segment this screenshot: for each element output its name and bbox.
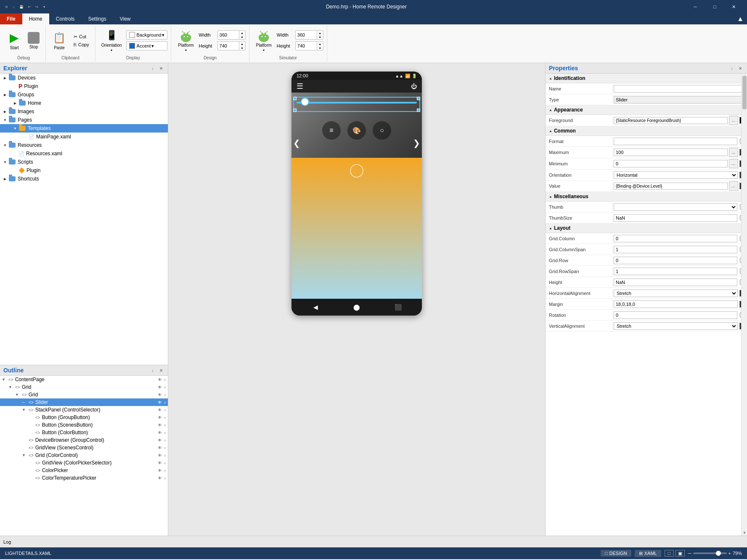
design-mode-btn[interactable]: □ DESIGN — [601, 550, 631, 557]
button3-circle[interactable]: ○ — [164, 430, 166, 435]
undo-icon[interactable]: ↩ — [26, 4, 32, 10]
color-temp-btn[interactable]: ○ — [373, 121, 391, 140]
format-input[interactable] — [614, 138, 737, 145]
design-height-spinbox[interactable]: ▲ ▼ — [217, 41, 246, 50]
properties-scrollbar-thumb[interactable] — [742, 76, 747, 109]
orientation-button[interactable]: 📱 Orientation ▾ — [99, 27, 124, 54]
templates-arrow[interactable]: ▼ — [12, 125, 19, 132]
gridview1-circle[interactable]: ○ — [164, 446, 166, 450]
outline-grid1[interactable]: ▼ <> Grid 👁 ○ — [0, 383, 168, 391]
halign-select[interactable]: Stretch Left Center Right — [614, 289, 738, 297]
gridcol-input[interactable] — [614, 235, 737, 242]
tab-file[interactable]: File — [0, 13, 22, 24]
resources-arrow[interactable]: ▼ — [2, 142, 8, 149]
redo-icon[interactable]: ↪ — [34, 4, 40, 10]
outline-stackpanel[interactable]: ▼ <> StackPanel (ControlSelector) 👁 ○ — [0, 406, 168, 414]
contentpage-eye[interactable]: 👁 — [158, 377, 162, 382]
devicebrowser-circle[interactable]: ○ — [164, 438, 166, 443]
simulator-width-up[interactable]: ▲ — [317, 31, 323, 35]
zoom-plus-icon[interactable]: + — [728, 551, 731, 556]
button2-eye[interactable]: 👁 — [158, 423, 162, 427]
properties-pin-icon[interactable]: ↓ — [728, 65, 735, 72]
tree-item-templates[interactable]: ▼ Templates — [0, 124, 168, 133]
outline-button3[interactable]: <> Button (ColorButton) 👁 ○ — [0, 429, 168, 436]
value-input[interactable] — [614, 183, 728, 190]
design-width-spinbox[interactable]: ▲ ▼ — [217, 30, 246, 40]
gridrowspan-input[interactable] — [614, 268, 737, 275]
design-platform-button[interactable]: Platform ▾ — [175, 27, 197, 54]
gridview2-eye[interactable]: 👁 — [158, 461, 162, 465]
grid2-circle[interactable]: ○ — [164, 393, 166, 397]
minimum-browse-btn[interactable]: … — [729, 159, 738, 168]
tab-settings[interactable]: Settings — [81, 13, 113, 24]
stackpanel-eye[interactable]: 👁 — [158, 408, 162, 412]
tab-home[interactable]: Home — [22, 13, 49, 24]
stackpanel-circle[interactable]: ○ — [164, 408, 166, 412]
background-dropdown[interactable]: Background ▾ — [126, 30, 168, 40]
margin-input[interactable] — [614, 300, 738, 308]
tree-item-mainpage[interactable]: 📄 MainPage.xaml — [0, 133, 168, 141]
outline-gridview1[interactable]: <> GridView (ScenesControl) 👁 ○ — [0, 444, 168, 451]
section-common[interactable]: ▲ Common — [546, 126, 747, 136]
maximum-browse-btn[interactable]: … — [729, 148, 738, 157]
hamburger-icon[interactable]: ☰ — [297, 82, 303, 91]
recent-btn[interactable]: ⬛ — [393, 302, 403, 312]
ribbon-collapse-btn[interactable]: ▲ — [737, 15, 744, 23]
grid1-eye[interactable]: 👁 — [158, 385, 162, 390]
power-icon[interactable]: ⏻ — [411, 83, 417, 90]
stackpanel-arrow[interactable]: ▼ — [22, 408, 29, 412]
contentpage-arrow[interactable]: ▼ — [2, 377, 8, 382]
outline-button1[interactable]: <> Button (GroupButton) 👁 ○ — [0, 414, 168, 421]
pages-arrow[interactable]: ▼ — [2, 117, 8, 123]
close-button[interactable]: ✕ — [724, 0, 744, 13]
gridrow-input[interactable] — [614, 257, 737, 264]
outline-grid2[interactable]: ▼ <> Grid 👁 ○ — [0, 391, 168, 398]
foreground-browse-btn[interactable]: … — [729, 116, 738, 125]
simulator-height-input[interactable] — [296, 42, 317, 49]
tree-item-shortcuts[interactable]: ▶ Shortcuts — [0, 175, 168, 183]
devicebrowser-eye[interactable]: 👁 — [158, 438, 162, 443]
simulator-width-spinbox[interactable]: ▲ ▼ — [295, 30, 323, 40]
handle-br[interactable] — [417, 109, 420, 112]
back-btn[interactable]: ◀ — [310, 302, 321, 312]
outline-slider[interactable]: ─ <> Slider 👁 ○ — [0, 398, 168, 406]
design-width-up[interactable]: ▲ — [239, 31, 245, 35]
design-width-input[interactable] — [218, 32, 239, 38]
slider-arrow[interactable]: ─ — [22, 400, 29, 404]
zoom-slider-thumb[interactable] — [716, 551, 721, 556]
button1-circle[interactable]: ○ — [164, 415, 166, 420]
devices-expand-arrow[interactable]: ▶ — [2, 74, 8, 81]
device-screen[interactable]: ☰ ⏻ — [291, 80, 422, 299]
foreground-input[interactable] — [614, 117, 728, 124]
tree-item-scripts[interactable]: ▼ Scripts — [0, 158, 168, 166]
section-miscellaneous[interactable]: ▲ Miscellaneous — [546, 192, 747, 202]
button3-eye[interactable]: 👁 — [158, 430, 162, 435]
outline-colortemp[interactable]: <> ColorTemperaturePicker 👁 ○ — [0, 474, 168, 482]
tree-item-plugin1[interactable]: P Plugin — [0, 82, 168, 90]
tab-view[interactable]: View — [113, 13, 138, 24]
button2-circle[interactable]: ○ — [164, 423, 166, 427]
split-view-btn[interactable]: ▣ — [675, 550, 685, 557]
maximize-button[interactable]: □ — [705, 0, 724, 13]
valign-select[interactable]: Stretch Top Center Bottom — [614, 322, 738, 330]
grid3-arrow[interactable]: ▼ — [22, 453, 29, 457]
right-arrow-btn[interactable]: ❯ — [413, 138, 420, 148]
outline-devicebrowser[interactable]: <> DeviceBrowser (GroupControl) 👁 ○ — [0, 436, 168, 444]
images-arrow[interactable]: ▶ — [2, 108, 8, 115]
tree-item-groups[interactable]: ▶ Groups — [0, 90, 168, 99]
handle-tr[interactable] — [417, 97, 420, 100]
grid3-circle[interactable]: ○ — [164, 453, 166, 458]
gridcolspan-input[interactable] — [614, 246, 737, 253]
orientation-select[interactable]: Horizontal Vertical — [614, 171, 738, 179]
outline-gridview2[interactable]: <> GridView (ColorPickerSelector) 👁 ○ — [0, 459, 168, 467]
simulator-width-input[interactable] — [296, 32, 317, 38]
slider-circle[interactable]: ○ — [164, 400, 166, 405]
section-layout[interactable]: ▲ Layout — [546, 223, 747, 233]
handle-bl[interactable] — [293, 109, 297, 112]
outline-grid3[interactable]: ▼ <> Grid (ColorControl) 👁 ○ — [0, 451, 168, 459]
design-height-down[interactable]: ▼ — [239, 46, 245, 50]
outline-contentpage[interactable]: ▼ <> ContentPage 👁 ○ — [0, 376, 168, 383]
paste-button[interactable]: 📋 Paste — [49, 29, 69, 52]
colortemp-eye[interactable]: 👁 — [158, 476, 162, 480]
grid1-circle[interactable]: ○ — [164, 385, 166, 390]
